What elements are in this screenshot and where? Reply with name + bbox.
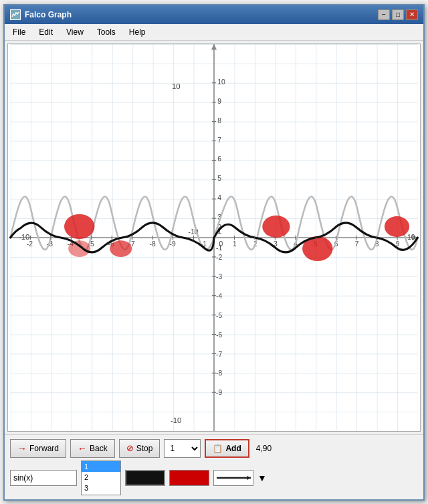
function-dropdown[interactable]: 1 2 3 bbox=[164, 439, 201, 458]
svg-text:8: 8 bbox=[217, 116, 221, 124]
maximize-button[interactable]: □ bbox=[392, 9, 404, 20]
menu-tools[interactable]: Tools bbox=[94, 26, 118, 38]
line-style-preview[interactable] bbox=[213, 470, 253, 486]
svg-text:-8: -8 bbox=[150, 240, 156, 248]
add-icon: 📋 bbox=[213, 444, 223, 453]
formula-input[interactable] bbox=[10, 470, 77, 486]
function-list: 1 2 3 bbox=[81, 460, 121, 495]
svg-text:-2: -2 bbox=[216, 254, 222, 261]
main-window: Falco Graph − □ ✕ File Edit View Tools H… bbox=[3, 4, 425, 501]
stop-button[interactable]: ⊘ Stop bbox=[119, 439, 160, 458]
title-buttons: − □ ✕ bbox=[378, 9, 418, 20]
svg-text:7: 7 bbox=[217, 136, 221, 143]
formula-row: 1 2 3 ▼ bbox=[10, 460, 418, 495]
menu-view[interactable]: View bbox=[64, 26, 86, 38]
svg-point-51 bbox=[68, 240, 90, 257]
svg-text:4: 4 bbox=[217, 194, 221, 201]
menu-bar: File Edit View Tools Help bbox=[5, 24, 423, 41]
svg-point-52 bbox=[110, 240, 132, 257]
svg-point-53 bbox=[262, 215, 290, 237]
fill-color-red[interactable] bbox=[169, 470, 209, 486]
svg-text:-6: -6 bbox=[216, 331, 222, 338]
svg-marker-91 bbox=[247, 476, 251, 480]
svg-text:6: 6 bbox=[217, 155, 221, 163]
svg-text:-8: -8 bbox=[216, 369, 222, 377]
toolbar-row: → Forward ← Back ⊘ Stop 1 2 3 📋 Add 4,90 bbox=[10, 439, 418, 458]
stop-label: Stop bbox=[136, 444, 153, 453]
svg-text:1: 1 bbox=[233, 240, 237, 248]
menu-file[interactable]: File bbox=[10, 26, 28, 38]
graph-area: -10 -9 -8 -7 -6 -5 -4 -3 -2 -1 0 1 2 3 4… bbox=[7, 44, 421, 432]
svg-text:-3: -3 bbox=[216, 272, 222, 280]
svg-text:7: 7 bbox=[355, 240, 359, 248]
svg-text:-7: -7 bbox=[216, 350, 222, 357]
func-item-3[interactable]: 3 bbox=[82, 483, 120, 493]
menu-edit[interactable]: Edit bbox=[36, 26, 56, 38]
dropdown-arrow-icon[interactable]: ▼ bbox=[257, 473, 267, 483]
add-button[interactable]: 📋 Add bbox=[205, 439, 249, 458]
svg-text:-4: -4 bbox=[216, 292, 222, 299]
func-item-1[interactable]: 1 bbox=[82, 461, 120, 472]
svg-point-50 bbox=[64, 214, 94, 238]
svg-text:-5: -5 bbox=[216, 311, 222, 319]
menu-help[interactable]: Help bbox=[126, 26, 148, 38]
back-button[interactable]: ← Back bbox=[70, 439, 115, 458]
graph-svg: -10 -9 -8 -7 -6 -5 -4 -3 -2 -1 0 1 2 3 4… bbox=[8, 44, 420, 431]
window-title: Falco Graph bbox=[25, 10, 72, 19]
svg-text:10: 10 bbox=[172, 82, 181, 90]
svg-text:-2: -2 bbox=[27, 240, 33, 248]
app-icon bbox=[10, 9, 21, 20]
add-label: Add bbox=[225, 444, 241, 453]
svg-text:-10: -10 bbox=[19, 233, 29, 241]
title-bar-left: Falco Graph bbox=[10, 9, 72, 20]
forward-label: Forward bbox=[29, 444, 59, 453]
svg-point-55 bbox=[385, 216, 409, 237]
func-item-2[interactable]: 2 bbox=[82, 472, 120, 483]
bottom-bar: → Forward ← Back ⊘ Stop 1 2 3 📋 Add 4,90 bbox=[5, 434, 423, 499]
line-color-black[interactable] bbox=[125, 470, 165, 486]
forward-icon: → bbox=[17, 443, 27, 454]
svg-text:10: 10 bbox=[217, 78, 225, 85]
minimize-button[interactable]: − bbox=[378, 9, 390, 20]
svg-text:10: 10 bbox=[407, 234, 415, 241]
title-bar: Falco Graph − □ ✕ bbox=[5, 5, 423, 24]
svg-text:9: 9 bbox=[217, 97, 221, 104]
forward-button[interactable]: → Forward bbox=[10, 439, 66, 458]
svg-text:-1: -1 bbox=[216, 244, 222, 251]
svg-text:5: 5 bbox=[217, 175, 221, 182]
coord-display: 4,90 bbox=[253, 444, 274, 453]
back-icon: ← bbox=[78, 443, 87, 454]
back-label: Back bbox=[90, 444, 108, 453]
svg-text:-10: -10 bbox=[171, 416, 181, 424]
stop-icon: ⊘ bbox=[126, 443, 134, 453]
svg-text:-9: -9 bbox=[216, 389, 222, 396]
close-button[interactable]: ✕ bbox=[406, 9, 418, 20]
